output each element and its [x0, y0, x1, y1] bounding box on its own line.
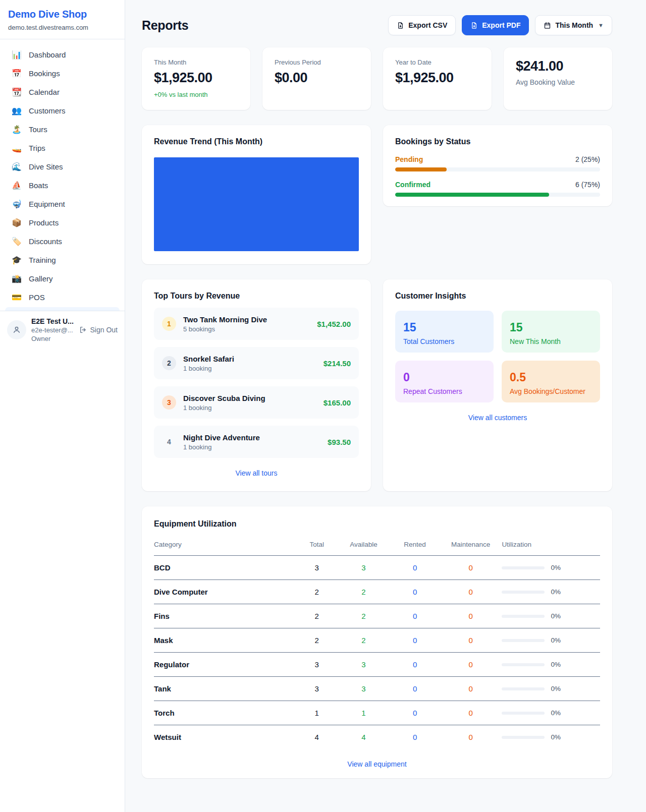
sidebar-item[interactable]: 📆 Calendar: [5, 83, 120, 101]
column-header: Category: [154, 538, 297, 556]
insight-value: 0.5: [510, 371, 592, 384]
equipment-available: 3: [337, 677, 390, 701]
equipment-maintenance: 0: [440, 556, 502, 580]
sidebar-item-label: POS: [29, 293, 45, 302]
sidebar-item[interactable]: 🚤 Trips: [5, 139, 120, 157]
tour-row: 1 Two Tank Morning Dive 5 bookings $1,45…: [154, 308, 359, 340]
person-icon: [12, 325, 21, 334]
equipment-category: BCD: [154, 556, 297, 580]
sidebar-item-label: Calendar: [29, 88, 60, 96]
utilization-track: [502, 566, 545, 569]
equipment-available: 4: [337, 725, 390, 749]
tour-bookings: 1 booking: [183, 443, 320, 451]
sidebar-item-label: Boats: [29, 181, 48, 190]
sign-out-icon: [79, 326, 87, 334]
period-label: This Month: [555, 21, 593, 29]
sidebar-item-icon: 🤿: [11, 200, 22, 208]
table-row: Tank 3 3 0 0 0%: [154, 677, 600, 701]
main-content: Reports Export CSV Export PDF: [125, 0, 646, 793]
sidebar-item[interactable]: 📦 Products: [5, 213, 120, 232]
view-all-customers-link[interactable]: View all customers: [395, 414, 600, 422]
insight-label: Repeat Customers: [403, 387, 486, 395]
equipment-rented: 0: [391, 628, 440, 653]
tour-bookings: 5 bookings: [183, 325, 310, 333]
stat-label: This Month: [154, 59, 238, 66]
status-label: Confirmed: [395, 181, 430, 189]
sidebar-item[interactable]: 🎓 Training: [5, 251, 120, 269]
sidebar-item[interactable]: 🌊 Dive Sites: [5, 157, 120, 176]
utilization-track: [502, 736, 545, 739]
equipment-total: 1: [297, 701, 337, 725]
insight-tile-new-this-month: 15 New This Month: [502, 311, 600, 353]
equipment-rented: 0: [391, 677, 440, 701]
column-header: Total: [297, 538, 337, 556]
equipment-total: 3: [297, 556, 337, 580]
insight-value: 15: [510, 321, 592, 334]
sidebar-item[interactable]: 🏷️ Discounts: [5, 232, 120, 251]
sidebar: Demo Dive Shop demo.test.divestreams.com…: [0, 0, 125, 812]
utilization-percent: 0%: [551, 685, 561, 692]
status-row-pending: Pending 2 (25%): [395, 155, 600, 171]
table-row: Torch 1 1 0 0 0%: [154, 701, 600, 725]
tour-name: Snorkel Safari: [183, 355, 316, 363]
sidebar-item-reports-active-partial[interactable]: [5, 307, 120, 311]
sidebar-item-icon: 📆: [11, 88, 22, 96]
view-all-tours-link[interactable]: View all tours: [154, 469, 359, 477]
sidebar-item-icon: 📦: [11, 219, 22, 227]
equipment-rented: 0: [391, 604, 440, 628]
revenue-trend-title: Revenue Trend (This Month): [154, 137, 359, 146]
insight-tile-avg-bookings: 0.5 Avg Bookings/Customer: [502, 361, 600, 402]
export-csv-label: Export CSV: [408, 21, 447, 29]
utilization-track: [502, 615, 545, 618]
revenue-trend-chart: [154, 157, 359, 251]
tour-revenue: $214.50: [324, 359, 351, 368]
sidebar-item[interactable]: 👥 Customers: [5, 101, 120, 120]
sidebar-item-label: Tours: [29, 125, 47, 134]
tour-name: Night Dive Adventure: [183, 433, 320, 442]
equipment-table: Category Total Available Rented Maintena…: [154, 538, 600, 749]
tour-revenue: $165.00: [324, 398, 351, 407]
shop-name: Demo Dive Shop: [8, 9, 117, 20]
sidebar-item-label: Dashboard: [29, 50, 66, 59]
equipment-available: 1: [337, 701, 390, 725]
rank-badge: 4: [162, 435, 176, 449]
equipment-category: Tank: [154, 677, 297, 701]
insight-value: 15: [403, 321, 486, 334]
equipment-total: 2: [297, 628, 337, 653]
view-all-equipment-link[interactable]: View all equipment: [154, 760, 600, 768]
period-dropdown[interactable]: This Month ▼: [535, 15, 612, 35]
table-row: Regulator 3 3 0 0 0%: [154, 653, 600, 677]
utilization-percent: 0%: [551, 709, 561, 717]
sidebar-item[interactable]: 🤿 Equipment: [5, 195, 120, 213]
insight-label: New This Month: [510, 337, 592, 345]
sidebar-item[interactable]: 💳 POS: [5, 288, 120, 307]
sidebar-item[interactable]: ⛵ Boats: [5, 176, 120, 195]
rank-badge: 2: [162, 356, 176, 370]
equipment-total: 2: [297, 604, 337, 628]
column-header: Available: [337, 538, 390, 556]
sidebar-item-icon: 🏝️: [11, 126, 22, 134]
rank-badge: 3: [162, 395, 176, 410]
table-row: Mask 2 2 0 0 0%: [154, 628, 600, 653]
stat-value: $1,925.00: [154, 70, 238, 86]
utilization-track: [502, 591, 545, 594]
sidebar-header: Demo Dive Shop demo.test.divestreams.com: [0, 0, 125, 39]
sidebar-item[interactable]: 📊 Dashboard: [5, 45, 120, 64]
utilization-percent: 0%: [551, 588, 561, 596]
sidebar-item[interactable]: 📸 Gallery: [5, 269, 120, 288]
equipment-category: Mask: [154, 628, 297, 653]
insight-value: 0: [403, 371, 486, 384]
status-value: 6 (75%): [575, 181, 600, 189]
insight-tile-total-customers: 15 Total Customers: [395, 311, 494, 353]
equipment-available: 3: [337, 653, 390, 677]
sidebar-item[interactable]: 🏝️ Tours: [5, 120, 120, 139]
progress-fill: [395, 193, 549, 197]
sign-out-button[interactable]: Sign Out: [79, 326, 118, 334]
tour-revenue: $1,452.00: [317, 320, 351, 328]
sidebar-item[interactable]: 📅 Bookings: [5, 64, 120, 83]
export-csv-button[interactable]: Export CSV: [388, 15, 456, 35]
sidebar-item-icon: 🌊: [11, 163, 22, 171]
equipment-rented: 0: [391, 701, 440, 725]
export-pdf-button[interactable]: Export PDF: [462, 15, 529, 35]
user-meta: E2E Test U... e2e-tester@... Owner: [31, 317, 74, 342]
